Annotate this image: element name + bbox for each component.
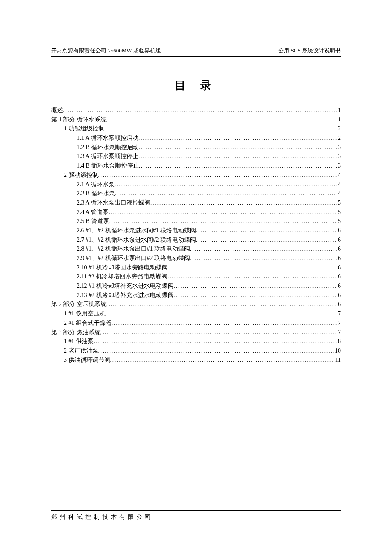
toc-entry: 2.5 B 管道泵5 [51,217,341,226]
toc-entry-page: 6 [337,291,341,300]
toc-leader-dots [101,328,337,337]
toc-entry-label: 2.2 B 循环水泵 [77,189,115,198]
toc-entry: 1.3 A 循环水泵顺控停止3 [51,152,341,161]
toc-entry: 2.10 #1 机冷却塔回水旁路电动蝶阀6 [51,263,341,272]
toc-entry: 2.13 #2 机冷却塔补充水进水电动蝶阀6 [51,291,341,300]
table-of-contents: 概述1第 1 部分 循环水系统11 功能组级控制21.1 A 循环水泵顺控启动2… [51,106,341,364]
toc-entry-label: 2.6 #1、#2 机循环水泵进水间#1 联络电动蝶阀 [77,226,196,235]
toc-entry-label: 1.3 A 循环水泵顺控停止 [77,152,138,161]
toc-leader-dots [196,236,337,244]
toc-entry-page: 8 [337,337,341,346]
toc-leader-dots [196,226,337,235]
toc-entry-page: 6 [337,272,341,281]
toc-entry-label: 2.7 #1、#2 机循环水泵进水间#2 联络电动蝶阀 [77,235,196,245]
toc-entry-page: 2 [337,133,341,143]
toc-leader-dots [150,199,337,207]
toc-leader-dots [115,180,337,189]
toc-leader-dots [109,217,337,225]
toc-entry: 3 供油循环调节阀11 [51,356,341,365]
toc-leader-dots [139,162,337,170]
toc-entry: 2.9 #1、#2 机循环水泵出口#2 联络电动蝶阀6 [51,254,341,263]
toc-entry-label: 2.9 #1、#2 机循环水泵出口#2 联络电动蝶阀 [77,254,190,263]
toc-entry-page: 4 [337,171,341,180]
toc-leader-dots [190,254,337,263]
toc-entry-label: 1 #1 供油泵 [64,337,94,346]
page-footer: 郑州科试控制技术有限公司 [51,510,341,521]
toc-leader-dots [107,116,337,124]
toc-entry-page: 6 [337,300,341,309]
toc-leader-dots [98,347,334,355]
toc-entry-label: 2.1 A 循环水泵 [77,180,115,189]
toc-entry: 2.3 A 循环水泵出口液控蝶阀5 [51,198,341,208]
toc-leader-dots [98,171,337,179]
toc-entry-page: 2 [337,124,341,133]
toc-leader-dots [174,291,337,300]
toc-entry-page: 5 [337,217,341,226]
toc-leader-dots [107,300,337,309]
toc-entry: 2.6 #1、#2 机循环水泵进水间#1 联络电动蝶阀6 [51,226,341,235]
toc-entry-page: 6 [337,244,341,254]
toc-entry-page: 11 [334,356,341,365]
header-right: 公用 SCS 系统设计说明书 [278,47,341,55]
toc-entry: 2.2 B 循环水泵4 [51,189,341,198]
toc-entry-label: 概述 [51,106,63,115]
toc-entry-label: 1.4 B 循环水泵顺控停止 [77,161,139,171]
toc-entry-page: 5 [337,198,341,208]
toc-entry-page: 6 [337,263,341,272]
toc-entry-label: 3 供油循环调节阀 [64,356,110,365]
toc-entry-page: 7 [337,318,341,328]
toc-entry: 2.12 #1 机冷却塔补充水进水电动蝶阀6 [51,281,341,291]
toc-entry-label: 1 功能组级控制 [64,124,104,133]
toc-entry: 2.1 A 循环水泵4 [51,180,341,189]
toc-leader-dots [112,319,337,327]
toc-entry: 1 #1 供油泵8 [51,337,341,346]
toc-entry: 第 1 部分 循环水系统1 [51,115,341,124]
toc-entry-label: 第 1 部分 循环水系统 [51,115,107,124]
toc-entry: 1 功能组级控制2 [51,124,341,133]
toc-entry-page: 6 [337,235,341,245]
toc-leader-dots [94,337,337,346]
toc-entry: 2.11 #2 机冷却塔回水旁路电动蝶阀6 [51,272,341,281]
toc-entry: 1.4 B 循环水泵顺控停止3 [51,161,341,171]
toc-entry-label: 2 老厂供油泵 [64,346,98,356]
toc-entry: 2.8 #1、#2 机循环水泵出口#1 联络电动蝶阀6 [51,244,341,254]
toc-entry-page: 10 [334,346,341,356]
toc-entry-label: 1.1 A 循环水泵顺控启动 [77,133,138,143]
toc-entry-page: 4 [337,189,341,198]
toc-leader-dots [139,143,337,152]
toc-leader-dots [109,208,337,217]
toc-entry-label: 2.12 #1 机冷却塔补充水进水电动蝶阀 [77,281,174,291]
toc-leader-dots [167,272,337,281]
toc-leader-dots [138,134,337,142]
toc-entry-page: 6 [337,281,341,291]
toc-entry: 1 #1 仪用空压机7 [51,309,341,318]
page-header: 开封京源有限责任公司 2x600MW 超临界机组 公用 SCS 系统设计说明书 [51,47,341,57]
toc-entry: 概述1 [51,106,341,115]
toc-entry-label: 2.11 #2 机冷却塔回水旁路电动蝶阀 [77,272,167,281]
toc-entry-page: 7 [337,328,341,337]
toc-entry: 第 3 部分 燃油系统7 [51,328,341,337]
toc-entry-label: 2.13 #2 机冷却塔补充水进水电动蝶阀 [77,291,174,300]
header-left: 开封京源有限责任公司 2x600MW 超临界机组 [51,47,161,55]
toc-leader-dots [104,124,337,133]
toc-entry-page: 5 [337,208,341,217]
toc-entry-label: 第 2 部分 空压机系统 [51,300,107,309]
toc-entry-label: 2.4 A 管道泵 [77,208,109,217]
toc-entry-label: 第 3 部分 燃油系统 [51,328,101,337]
toc-entry-page: 3 [337,152,341,161]
toc-entry: 第 2 部分 空压机系统6 [51,300,341,309]
toc-entry: 2 老厂供油泵10 [51,346,341,356]
toc-leader-dots [138,152,337,161]
toc-entry-label: 1.2 B 循环水泵顺控启动 [77,143,139,152]
toc-entry: 2.4 A 管道泵5 [51,208,341,217]
toc-entry-label: 2.10 #1 机冷却塔回水旁路电动蝶阀 [77,263,168,272]
toc-entry-label: 2.8 #1、#2 机循环水泵出口#1 联络电动蝶阀 [77,244,190,254]
toc-entry-label: 1 #1 仪用空压机 [64,309,106,318]
toc-entry: 1.1 A 循环水泵顺控启动2 [51,133,341,143]
toc-leader-dots [190,245,337,253]
toc-leader-dots [115,189,337,198]
toc-entry-label: 2 驱动级控制 [64,171,98,180]
toc-entry-page: 4 [337,180,341,189]
toc-entry-page: 6 [337,254,341,263]
toc-entry: 1.2 B 循环水泵顺控启动3 [51,143,341,152]
